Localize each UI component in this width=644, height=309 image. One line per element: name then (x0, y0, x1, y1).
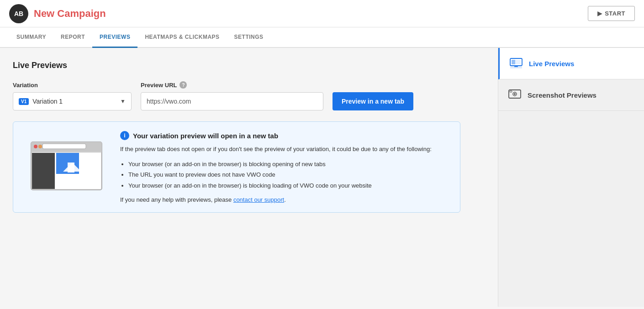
tab-report[interactable]: REPORT (53, 27, 92, 48)
info-heading: i Your variation preview will open in a … (120, 131, 449, 140)
svg-point-5 (38, 145, 42, 148)
info-illustration (24, 131, 111, 203)
main-layout: Live Previews Variation V1 Variation 1 ▼… (0, 48, 644, 307)
form-row: Variation V1 Variation 1 ▼ Preview URL ?… (13, 81, 485, 110)
info-box: i Your variation preview will open in a … (13, 121, 460, 213)
list-item: Your browser (or an add-on in the browse… (128, 180, 449, 191)
info-footer: If you need any help with previews, plea… (120, 196, 449, 203)
list-item: The URL you want to preview does not hav… (128, 169, 449, 180)
preview-url-group: Preview URL ? (141, 81, 323, 110)
play-icon: ▶ (597, 10, 602, 17)
chevron-down-icon: ▼ (120, 98, 126, 105)
info-icon: i (120, 131, 129, 140)
svg-rect-10 (68, 162, 74, 173)
sidebar-item-label-live: Live Previews (529, 60, 574, 68)
start-button[interactable]: ▶ START (588, 6, 635, 21)
url-input[interactable] (141, 92, 323, 110)
tab-heatmaps[interactable]: HEATMAPS & CLICKMAPS (137, 27, 227, 48)
nav-tabs: SUMMARY REPORT PREVIEWS HEATMAPS & CLICK… (0, 27, 644, 48)
header: AB New Campaign ▶ START (0, 0, 644, 27)
svg-point-19 (514, 93, 516, 95)
svg-rect-16 (510, 67, 522, 68)
variation-group: Variation V1 Variation 1 ▼ (13, 82, 132, 110)
list-item: Your browser (or an add-on in the browse… (128, 159, 449, 169)
help-icon[interactable]: ? (179, 81, 187, 89)
tab-previews[interactable]: PREVIEWS (92, 27, 137, 48)
tab-settings[interactable]: SETTINGS (227, 27, 271, 48)
screenshot-previews-icon (507, 88, 522, 102)
svg-point-4 (34, 145, 37, 148)
info-list: Your browser (or an add-on in the browse… (120, 159, 449, 191)
header-left: AB New Campaign (9, 4, 106, 23)
svg-rect-13 (512, 60, 515, 64)
tab-summary[interactable]: SUMMARY (9, 27, 53, 48)
variation-badge: V1 (19, 98, 29, 105)
preview-url-label: Preview URL ? (141, 81, 323, 89)
info-content: i Your variation preview will open in a … (120, 131, 449, 203)
svg-rect-20 (510, 91, 512, 92)
variation-name: Variation 1 (32, 98, 116, 105)
variation-label: Variation (13, 82, 132, 89)
info-subtext: If the preview tab does not open or if y… (120, 145, 449, 154)
sidebar: Live Previews Screenshot Previews (498, 48, 644, 307)
content-area: Live Previews Variation V1 Variation 1 ▼… (0, 48, 498, 307)
preview-button[interactable]: Preview in a new tab (333, 92, 413, 110)
variation-select[interactable]: V1 Variation 1 ▼ (13, 92, 132, 110)
support-link[interactable]: contact our support (233, 196, 284, 203)
browser-svg (26, 137, 109, 197)
sidebar-item-label-screenshot: Screenshot Previews (528, 91, 596, 99)
section-title: Live Previews (13, 61, 485, 70)
logo-badge: AB (9, 4, 28, 23)
svg-rect-7 (32, 153, 55, 189)
sidebar-item-screenshot-previews[interactable]: Screenshot Previews (498, 79, 644, 111)
svg-rect-3 (42, 144, 86, 149)
live-previews-icon (509, 56, 523, 71)
sidebar-item-live-previews[interactable]: Live Previews (498, 48, 644, 79)
campaign-title: New Campaign (34, 8, 106, 20)
